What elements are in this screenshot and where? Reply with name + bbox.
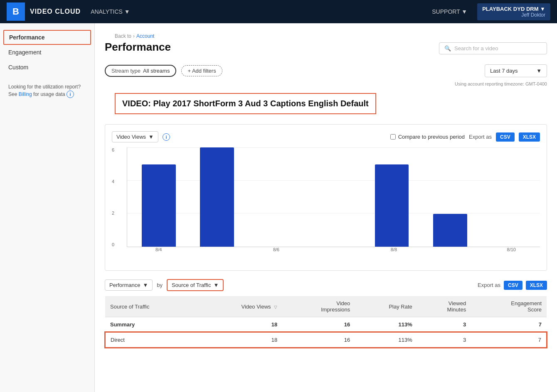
cell-source-summary: Summary (105, 317, 197, 333)
y-label-2: 2 (112, 211, 114, 216)
table-metric-select[interactable]: Performance ▼ (105, 279, 153, 291)
col-header-engagement: EngagementScore (471, 296, 547, 317)
x-label-4: 8/8 (365, 247, 422, 252)
bar-group-0 (131, 147, 187, 247)
bar-group-4 (364, 147, 420, 247)
export-label: Export as (469, 134, 492, 140)
cell-playrate-summary: 113% (355, 317, 417, 333)
add-filters-button[interactable]: + Add filters (181, 65, 222, 76)
x-label-2: 8/6 (248, 247, 305, 252)
chevron-down-icon: ▼ (148, 134, 154, 140)
y-label-6: 6 (112, 147, 114, 152)
bar-0 (142, 164, 176, 247)
x-label-5 (424, 247, 481, 252)
bar-group-5 (422, 147, 478, 247)
app-name: VIDEO CLOUD (30, 8, 81, 15)
compare-checkbox-group[interactable]: Compare to previous period (390, 134, 465, 140)
stream-type-filter[interactable]: Stream type All streams (105, 65, 176, 77)
source-of-traffic-select[interactable]: Source of Traffic ▼ (167, 279, 224, 291)
table-row-summary: Summary 18 16 113% 3 7 (105, 317, 547, 333)
x-labels: 8/4 8/6 8/8 8/10 (127, 247, 540, 252)
sidebar: Performance Engagement Custom Looking fo… (0, 23, 95, 392)
app-logo: B (7, 2, 25, 21)
compare-checkbox[interactable] (390, 134, 396, 140)
table-header-row: Source of Traffic Video Views ▽ VideoImp… (105, 296, 547, 317)
x-label-0: 8/4 (130, 247, 187, 252)
breadcrumb-account-link[interactable]: Account (136, 33, 154, 39)
table-export-csv-button[interactable]: CSV (504, 281, 522, 290)
cell-engagement-summary: 7 (471, 317, 547, 333)
cell-impressions-direct: 16 (282, 332, 355, 348)
account-name: PLAYBACK DYD DRM ▼ (482, 6, 545, 12)
table-row-direct: Direct 18 16 113% 3 7 (105, 332, 547, 348)
date-range-select[interactable]: Last 7 days ▼ (485, 64, 547, 77)
metric-select[interactable]: Video Views ▼ (112, 131, 158, 142)
by-label: by (157, 282, 163, 288)
chevron-down-icon: ▼ (143, 282, 148, 288)
stream-type-value: All streams (143, 68, 170, 74)
cell-source-direct: Direct (105, 332, 197, 348)
page-header: Performance 🔍 Search for a video (95, 41, 557, 61)
cell-playrate-direct: 113% (355, 332, 417, 348)
sidebar-note: Looking for the utilization report? See … (0, 75, 94, 106)
table-toolbar: Performance ▼ by Source of Traffic ▼ Exp… (105, 279, 547, 291)
cell-views-direct: 18 (197, 332, 282, 348)
col-header-source: Source of Traffic (105, 296, 197, 317)
export-label: Export as (478, 282, 500, 288)
search-box[interactable]: 🔍 Search for a video (439, 42, 547, 54)
table-section: Performance ▼ by Source of Traffic ▼ Exp… (105, 279, 547, 348)
col-header-viewed-minutes: ViewedMinutes (417, 296, 471, 317)
support-nav[interactable]: SUPPORT ▼ (432, 8, 467, 15)
page-title: Performance (105, 41, 171, 54)
chart-toolbar-right: Compare to previous period Export as CSV… (390, 132, 540, 142)
bar-group-3 (305, 147, 362, 247)
top-navigation: B VIDEO CLOUD ANALYTICS ▼ SUPPORT ▼ PLAY… (0, 0, 557, 23)
sidebar-item-custom[interactable]: Custom (0, 60, 94, 75)
bar-1 (200, 147, 234, 247)
billing-link[interactable]: Billing (19, 91, 32, 97)
bar-group-2 (247, 147, 303, 247)
cell-minutes-direct: 3 (417, 332, 471, 348)
cell-minutes-summary: 3 (417, 317, 471, 333)
bar-group-1 (189, 147, 245, 247)
search-icon: 🔍 (444, 45, 451, 51)
chart-toolbar: Video Views ▼ i Compare to previous peri… (112, 131, 540, 142)
sidebar-item-engagement[interactable]: Engagement (0, 45, 94, 60)
main-content: Back to › Account Performance 🔍 Search f… (95, 23, 557, 392)
sidebar-item-performance[interactable]: Performance (3, 30, 91, 45)
filters-row: Stream type All streams + Add filters La… (95, 61, 557, 81)
chevron-down-icon: ▼ (536, 68, 542, 74)
bar-4 (375, 164, 409, 247)
cell-views-summary: 18 (197, 317, 282, 333)
x-label-3 (306, 247, 363, 252)
timezone-note: Using account reporting timezone: GMT-04… (95, 81, 557, 90)
cell-impressions-summary: 16 (282, 317, 355, 333)
account-user: Jeff Doktor (521, 12, 545, 18)
table-export-controls: Export as CSV XLSX (478, 281, 547, 290)
analytics-nav[interactable]: ANALYTICS ▼ (91, 8, 130, 15)
stream-type-label: Stream type (111, 68, 140, 74)
search-placeholder: Search for a video (454, 45, 498, 51)
breadcrumb: Back to › Account (105, 28, 547, 41)
x-label-6: 8/10 (483, 247, 540, 252)
col-header-play-rate: Play Rate (355, 296, 417, 317)
cell-engagement-direct: 7 (471, 332, 547, 348)
col-header-video-views[interactable]: Video Views ▽ (197, 296, 282, 317)
bar-chart (127, 147, 540, 247)
chevron-down-icon: ▼ (213, 282, 219, 288)
metric-info-icon[interactable]: i (163, 133, 170, 141)
y-label-4: 4 (112, 179, 114, 184)
export-csv-button[interactable]: CSV (496, 132, 515, 142)
info-icon[interactable]: i (67, 91, 74, 98)
account-switcher[interactable]: PLAYBACK DYD DRM ▼ Jeff Doktor (477, 3, 550, 20)
x-label-1 (189, 247, 246, 252)
video-title: VIDEO: Play 2017 ShortForm 3 Aud 3 Capti… (115, 93, 376, 114)
data-table: Source of Traffic Video Views ▽ VideoImp… (105, 296, 547, 348)
export-xlsx-button[interactable]: XLSX (519, 132, 540, 142)
table-export-xlsx-button[interactable]: XLSX (526, 281, 547, 290)
y-label-0: 0 (112, 242, 114, 247)
chart-section: Video Views ▼ i Compare to previous peri… (105, 124, 547, 271)
bar-group-6 (480, 147, 537, 247)
col-header-impressions: VideoImpressions (282, 296, 355, 317)
bar-5 (433, 214, 467, 247)
